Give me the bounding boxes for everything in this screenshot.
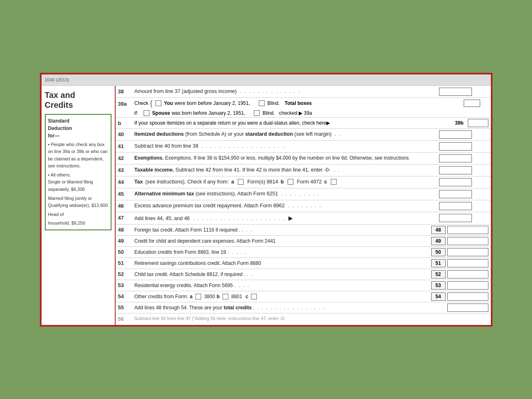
line54-a-checkbox[interactable] bbox=[195, 294, 201, 299]
spouse-checkbox[interactable] bbox=[144, 110, 149, 116]
line-39b-input[interactable] bbox=[468, 119, 488, 127]
line-48-input[interactable] bbox=[447, 226, 488, 234]
line-44-content: Tax (see instructions). Check if any fro… bbox=[135, 178, 439, 186]
line-55-input[interactable] bbox=[447, 304, 488, 312]
line-41-content: Subtract line 40 from line 38 . . . . . … bbox=[135, 142, 439, 150]
line-50-input[interactable] bbox=[447, 248, 488, 256]
line44-b-checkbox[interactable] bbox=[288, 179, 293, 185]
line-45-num: 45 bbox=[118, 190, 135, 197]
line54-c-checkbox[interactable] bbox=[251, 294, 257, 299]
line54-b-checkbox[interactable] bbox=[223, 294, 228, 299]
line-42-input[interactable] bbox=[439, 154, 472, 162]
line-56-content-partial: Subtract line 55 from line 47 ("Adding 5… bbox=[135, 315, 488, 322]
line-38-content: Amount from line 37 (adjusted gross inco… bbox=[135, 88, 439, 95]
line-41-input[interactable] bbox=[439, 142, 472, 151]
line-39a-content2: if: Spouse was born before January 2, 19… bbox=[135, 110, 488, 116]
line-54-input[interactable] bbox=[447, 292, 488, 301]
line-40-input-area bbox=[439, 130, 488, 139]
you-checkbox[interactable] bbox=[156, 100, 161, 106]
line-39a-row2: if: Spouse was born before January 2, 19… bbox=[116, 109, 491, 117]
line-38-input[interactable] bbox=[439, 88, 472, 96]
sd-title: Standard Deduction for— bbox=[48, 117, 108, 139]
content-area: Tax and Credits Standard Deduction for— … bbox=[42, 86, 491, 325]
sd-items: • People who check any box on line 39a o… bbox=[48, 141, 108, 227]
section-title: Tax and Credits bbox=[45, 90, 112, 110]
line-46-content: Excess advance premium tax credit repaym… bbox=[135, 202, 439, 210]
line-52-input[interactable] bbox=[447, 270, 488, 278]
sd-item-6: household, $9,250 bbox=[48, 220, 108, 227]
line-47-input[interactable] bbox=[439, 214, 472, 222]
line-51-box-label: 51 bbox=[431, 259, 446, 267]
standard-deduction-box: Standard Deduction for— • People who che… bbox=[45, 114, 112, 231]
line-53-input[interactable] bbox=[447, 281, 488, 290]
line-39a-block: 39a Check { You were born before January… bbox=[116, 98, 491, 118]
line47-arrow: ▶ bbox=[288, 215, 293, 221]
line-51-input[interactable] bbox=[447, 259, 488, 267]
line-38-input-area bbox=[439, 88, 488, 96]
line-39a-row1: 39a Check { You were born before January… bbox=[116, 98, 491, 109]
line-44-num: 44 bbox=[118, 178, 135, 185]
line-43-input[interactable] bbox=[439, 166, 472, 174]
line-53-content: Residential energy credits. Attach Form … bbox=[135, 283, 431, 288]
line-45-input-area bbox=[439, 190, 488, 198]
spouse-blind-checkbox[interactable] bbox=[254, 110, 260, 116]
line-55-num: 55 bbox=[118, 304, 135, 311]
line-52-num: 52 bbox=[118, 271, 135, 277]
line-40-input[interactable] bbox=[439, 130, 472, 139]
line-43-content: Taxable income. Subtract line 42 from li… bbox=[135, 166, 439, 174]
sd-item-3: Single or Married filing separately, $6,… bbox=[48, 179, 108, 193]
line-44-input-area bbox=[439, 178, 488, 186]
line-55-row: 55 Add lines 48 through 54. These are yo… bbox=[116, 302, 491, 313]
sd-item-1: • People who check any box on line 39a o… bbox=[48, 141, 108, 170]
line-40-content: Itemized deductions (from Schedule A) or… bbox=[135, 130, 439, 138]
you-blind-checkbox[interactable] bbox=[259, 100, 265, 106]
line-44-input[interactable] bbox=[439, 178, 472, 186]
line-41-num: 41 bbox=[118, 142, 135, 149]
line-49-content: Credit for child and dependent care expe… bbox=[135, 238, 431, 244]
line-53-num: 53 bbox=[118, 282, 135, 288]
total-boxes-39a-input[interactable] bbox=[464, 100, 480, 107]
line-43-input-area bbox=[439, 166, 488, 174]
line-47-input-area bbox=[439, 214, 488, 222]
line44-a-checkbox[interactable] bbox=[238, 179, 244, 185]
line-53-box-label: 53 bbox=[431, 281, 446, 290]
line-39b-row: b If your spouse itemizes on a separate … bbox=[116, 118, 491, 129]
line-41-row: 41 Subtract line 40 from line 38 . . . .… bbox=[116, 141, 491, 153]
line-56-num: 56 bbox=[118, 315, 135, 322]
line-50-row: 50 Education credits from Form 8863, lin… bbox=[116, 247, 491, 258]
line-49-row: 49 Credit for child and dependent care e… bbox=[116, 236, 491, 247]
line-44-row: 44 Tax (see instructions). Check if any … bbox=[116, 176, 491, 188]
line-39a-content1: Check { You were born before January 2, … bbox=[135, 99, 464, 108]
sd-item-5: Head of bbox=[48, 211, 108, 218]
line-48-content: Foreign tax credit. Attach Form 1116 if … bbox=[135, 227, 431, 233]
line-46-num: 46 bbox=[118, 202, 135, 209]
line-48-num: 48 bbox=[118, 227, 135, 233]
line-54-content: Other credits from Form: a 3800 b 8801 c bbox=[135, 294, 431, 299]
line-52-row: 52 Child tax credit. Attach Schedule 881… bbox=[116, 269, 491, 280]
line-39b-content: If your spouse itemizes on a separate re… bbox=[135, 120, 455, 126]
line-46-input[interactable] bbox=[439, 202, 472, 210]
line-38-num: 38 bbox=[118, 88, 135, 95]
line-54-num: 54 bbox=[118, 293, 135, 299]
line-53-row: 53 Residential energy credits. Attach Fo… bbox=[116, 280, 491, 291]
line-45-input[interactable] bbox=[439, 190, 472, 198]
line-49-input[interactable] bbox=[447, 237, 488, 245]
line-51-num: 51 bbox=[118, 260, 135, 266]
line-42-input-area bbox=[439, 154, 488, 162]
line-42-num: 42 bbox=[118, 154, 135, 161]
sd-item-4: Married filing jointly or Qualifying wid… bbox=[48, 195, 108, 209]
top-bar-text: 1040 (2013) bbox=[45, 77, 69, 82]
line-43-num: 43 bbox=[118, 166, 135, 173]
line-52-box-label: 52 bbox=[431, 270, 446, 278]
line-39a-input-area bbox=[464, 100, 488, 107]
line-42-row: 42 Exemptions. Exemptions. If line 38 is… bbox=[116, 153, 491, 165]
line-40-row: 40 Itemized deductions (from Schedule A)… bbox=[116, 129, 491, 141]
line-50-box-label: 50 bbox=[431, 248, 446, 256]
line-41-input-area bbox=[439, 142, 488, 151]
line-51-content: Retirement savings contributions credit.… bbox=[135, 260, 431, 266]
line-39b-num: b bbox=[118, 119, 135, 126]
line-54-row: 54 Other credits from Form: a 3800 b 880… bbox=[116, 291, 491, 302]
line44-c-checkbox[interactable] bbox=[331, 179, 337, 185]
line-54-box-label: 54 bbox=[431, 292, 446, 301]
top-bar: 1040 (2013) bbox=[42, 74, 491, 86]
